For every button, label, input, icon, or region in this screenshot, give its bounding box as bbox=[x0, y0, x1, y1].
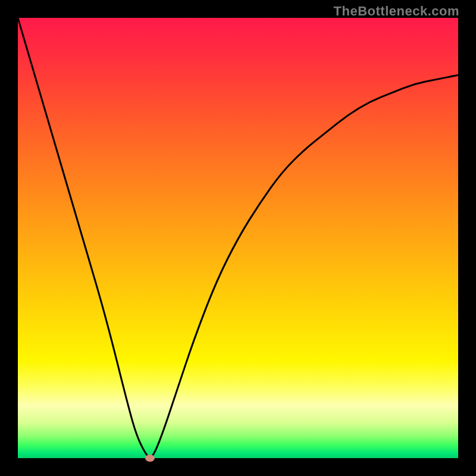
chart-frame: TheBottleneck.com bbox=[0, 0, 476, 476]
plot-area bbox=[18, 18, 458, 458]
watermark-text: TheBottleneck.com bbox=[334, 4, 459, 19]
curve-svg bbox=[18, 18, 458, 458]
minimum-marker bbox=[145, 455, 155, 462]
bottleneck-curve-path bbox=[18, 18, 458, 457]
